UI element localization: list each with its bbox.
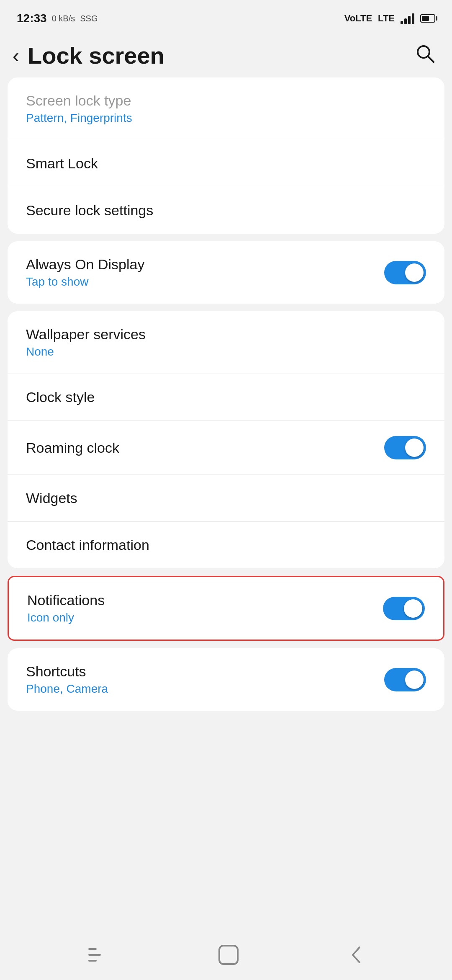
smart-lock-title: Smart Lock [26, 155, 98, 172]
always-on-display-item[interactable]: Always On Display Tap to show [8, 241, 444, 304]
svg-line-1 [428, 56, 434, 62]
back-button[interactable]: ‹ [13, 46, 19, 66]
screen-lock-type-text: Screen lock type Pattern, Fingerprints [26, 93, 132, 125]
roaming-clock-title: Roaming clock [26, 440, 119, 456]
shortcuts-item[interactable]: Shortcuts Phone, Camera [8, 648, 444, 711]
navigation-bar [0, 930, 452, 980]
wallpaper-services-title: Wallpaper services [26, 326, 146, 343]
wallpaper-services-subtitle: None [26, 345, 146, 358]
contact-information-item[interactable]: Contact information [8, 522, 444, 568]
always-on-display-subtitle: Tap to show [26, 275, 144, 289]
back-button-nav[interactable] [339, 936, 373, 974]
display-options-card: Wallpaper services None Clock style Roam… [8, 311, 444, 568]
widgets-item[interactable]: Widgets [8, 475, 444, 522]
widgets-text: Widgets [26, 490, 77, 506]
shortcuts-subtitle: Phone, Camera [26, 682, 108, 696]
shortcuts-toggle[interactable] [384, 668, 426, 691]
screen-lock-type-subtitle: Pattern, Fingerprints [26, 111, 132, 125]
roaming-clock-toggle[interactable] [384, 436, 426, 459]
svg-rect-3 [88, 954, 101, 956]
svg-rect-5 [219, 946, 238, 964]
search-button[interactable] [414, 43, 435, 68]
always-on-display-title: Always On Display [26, 256, 144, 273]
wallpaper-services-item[interactable]: Wallpaper services None [8, 311, 444, 374]
home-button[interactable] [209, 936, 248, 974]
data-speed: 0 kB/s [52, 14, 75, 23]
notifications-text: Notifications Icon only [27, 592, 105, 624]
svg-rect-2 [88, 948, 97, 950]
secure-lock-settings-item[interactable]: Secure lock settings [8, 187, 444, 234]
roaming-clock-item[interactable]: Roaming clock [8, 421, 444, 475]
status-left: 12:33 0 kB/s SSG [17, 12, 98, 25]
smart-lock-text: Smart Lock [26, 155, 98, 172]
battery-icon [420, 14, 435, 23]
secure-lock-settings-title: Secure lock settings [26, 202, 153, 219]
wallpaper-services-text: Wallpaper services None [26, 326, 146, 358]
contact-information-title: Contact information [26, 537, 149, 553]
clock-style-title: Clock style [26, 389, 95, 405]
notifications-subtitle: Icon only [27, 611, 105, 624]
shortcuts-text: Shortcuts Phone, Camera [26, 663, 108, 696]
signal-strength-icon [401, 13, 414, 24]
clock-style-text: Clock style [26, 389, 95, 405]
smart-lock-item[interactable]: Smart Lock [8, 140, 444, 187]
always-on-display-card: Always On Display Tap to show [8, 241, 444, 304]
page-title: Lock screen [28, 42, 164, 69]
always-on-display-text: Always On Display Tap to show [26, 256, 144, 289]
lte-label: LTE [378, 14, 395, 23]
notifications-toggle[interactable] [383, 597, 425, 620]
lte-indicator: VoLTE [344, 14, 372, 23]
security-card: Screen lock type Pattern, Fingerprints S… [8, 77, 444, 234]
time-display: 12:33 [17, 12, 47, 25]
clock-style-item[interactable]: Clock style [8, 374, 444, 421]
recents-button[interactable] [79, 937, 118, 972]
screen-lock-type-item[interactable]: Screen lock type Pattern, Fingerprints [8, 77, 444, 140]
screen-lock-type-title: Screen lock type [26, 93, 132, 109]
contact-information-text: Contact information [26, 537, 149, 553]
notifications-item[interactable]: Notifications Icon only [8, 576, 444, 641]
always-on-display-toggle[interactable] [384, 261, 426, 284]
notifications-title: Notifications [27, 592, 105, 609]
header-left: ‹ Lock screen [13, 42, 164, 69]
secure-lock-settings-text: Secure lock settings [26, 202, 153, 219]
status-bar: 12:33 0 kB/s SSG VoLTE LTE [0, 0, 452, 34]
page-header: ‹ Lock screen [0, 34, 452, 77]
svg-rect-4 [88, 960, 97, 962]
shortcuts-card: Shortcuts Phone, Camera [8, 648, 444, 711]
widgets-title: Widgets [26, 490, 77, 506]
network-name: SSG [80, 14, 98, 23]
status-right: VoLTE LTE [344, 13, 435, 24]
shortcuts-title: Shortcuts [26, 663, 108, 680]
roaming-clock-text: Roaming clock [26, 440, 119, 456]
